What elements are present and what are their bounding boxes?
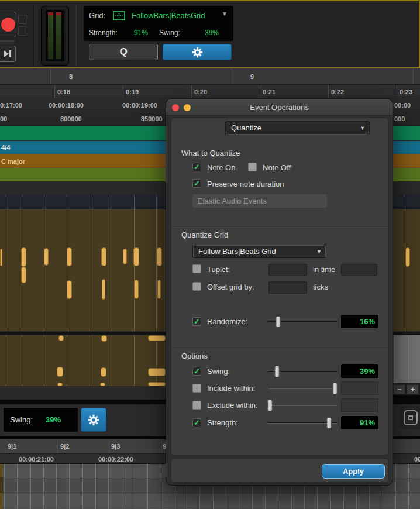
- tuplet-count-input[interactable]: [268, 264, 307, 276]
- ruler-label: 0:17:00: [0, 102, 22, 109]
- apply-button[interactable]: Apply: [322, 464, 385, 479]
- ruler-tick: [232, 68, 232, 84]
- midi-note[interactable]: [58, 335, 64, 341]
- strength-slider[interactable]: [268, 415, 337, 431]
- ruler-tick: [123, 85, 123, 98]
- midi-note[interactable]: [67, 280, 72, 299]
- randomize-value[interactable]: 16%: [341, 315, 378, 328]
- include-within-slider-handle[interactable]: [332, 383, 338, 394]
- key-value: C major: [1, 158, 25, 165]
- swing-checkbox[interactable]: ✓: [192, 367, 201, 376]
- zoom-in-button[interactable]: +: [407, 384, 419, 394]
- midi-note[interactable]: [101, 367, 106, 377]
- midi-note[interactable]: [134, 280, 139, 299]
- grid-value[interactable]: FollowBars|BeatsGrid: [132, 11, 205, 20]
- quantize-grid-select[interactable]: Follow Bars|Beats Grid ▼: [192, 245, 326, 258]
- offset-grid-checkbox[interactable]: [192, 282, 201, 291]
- randomize-label: Randomize:: [207, 314, 247, 330]
- midi-note[interactable]: [148, 382, 166, 386]
- ruler-tick: [50, 68, 51, 84]
- event-operations-dialog: Event Operations Quantize ▼ What to Quan…: [166, 98, 393, 486]
- midi-note[interactable]: [101, 335, 107, 342]
- operation-select[interactable]: Quantize ▼: [225, 121, 370, 135]
- ruler-label: 9: [250, 73, 254, 80]
- midi-note[interactable]: [21, 267, 26, 283]
- min-secs-ruler[interactable]: 0:180:190:200:210:220:23: [0, 85, 420, 98]
- midi-note[interactable]: [123, 249, 127, 264]
- grid-mode-icon[interactable]: [113, 11, 125, 20]
- midi-note[interactable]: [133, 247, 139, 266]
- strength-checkbox[interactable]: ✓: [192, 418, 201, 427]
- include-within-checkbox[interactable]: [192, 384, 201, 393]
- midi-note[interactable]: [102, 279, 105, 300]
- swing-value[interactable]: 39%: [341, 364, 378, 378]
- midi-note[interactable]: [148, 335, 166, 341]
- midi-note[interactable]: [21, 247, 26, 267]
- randomize-slider[interactable]: [268, 314, 337, 330]
- strength-slider-handle[interactable]: [326, 417, 332, 429]
- midi-note[interactable]: [157, 280, 161, 299]
- ruler-label: 00:00: [394, 102, 411, 109]
- exclude-within-value[interactable]: [341, 398, 378, 412]
- go-to-end-icon: [4, 50, 12, 57]
- dialog-titlebar[interactable]: Event Operations: [166, 99, 393, 116]
- randomize-slider-handle[interactable]: [276, 316, 281, 328]
- quantize-q-button[interactable]: Q: [89, 44, 158, 60]
- swing-slider-handle[interactable]: [274, 366, 280, 377]
- grid-dropdown-arrow[interactable]: ▼: [222, 11, 228, 17]
- ruler-tick: [5, 439, 5, 453]
- include-within-value[interactable]: [341, 381, 378, 395]
- meter-bar-left: [48, 15, 53, 59]
- exclude-within-row: Exclude within:: [171, 397, 389, 414]
- strength-value[interactable]: 91%: [134, 29, 148, 37]
- quantize-grid-value: Follow Bars|Beats Grid: [198, 247, 276, 256]
- divider: [0, 40, 15, 42]
- midi-note[interactable]: [67, 247, 72, 266]
- record-button[interactable]: [0, 12, 16, 37]
- exclude-within-slider[interactable]: [268, 397, 337, 414]
- swing-value[interactable]: 39%: [46, 415, 61, 424]
- ruler-tick: [57, 439, 58, 453]
- zoom-out-button[interactable]: −: [393, 384, 405, 394]
- quantize-settings-button[interactable]: [163, 44, 232, 60]
- grid-target-button[interactable]: [404, 410, 418, 425]
- swing-value[interactable]: 39%: [205, 29, 219, 37]
- ruler-tick: [161, 439, 162, 453]
- note-on-checkbox[interactable]: ✓: [192, 163, 201, 171]
- grid-label: Grid:: [89, 11, 105, 20]
- note-off-checkbox[interactable]: [248, 163, 257, 171]
- midi-note[interactable]: [0, 249, 2, 266]
- randomize-checkbox[interactable]: ✓: [192, 317, 201, 326]
- option-toggle-2[interactable]: [18, 26, 27, 36]
- ruler-label: 0:19: [126, 88, 139, 95]
- preserve-duration-checkbox[interactable]: ✓: [192, 179, 201, 188]
- tuplet-time-input[interactable]: [341, 264, 377, 276]
- include-within-slider[interactable]: [268, 380, 337, 397]
- tuplet-checkbox[interactable]: [192, 264, 201, 273]
- go-to-end-button[interactable]: [0, 46, 16, 62]
- ruler-tick: [109, 439, 109, 453]
- midi-note[interactable]: [148, 368, 166, 376]
- ruler-tick: [397, 85, 397, 98]
- exclude-within-slider-handle[interactable]: [267, 400, 273, 411]
- ruler-label: 0:18: [57, 88, 70, 95]
- swing-slider[interactable]: [268, 363, 337, 380]
- midi-note[interactable]: [101, 247, 106, 266]
- midi-note[interactable]: [44, 248, 49, 266]
- ruler-label: 000: [394, 115, 405, 122]
- exclude-within-checkbox[interactable]: [192, 401, 201, 410]
- target-button-panel: [400, 406, 420, 429]
- midi-note[interactable]: [57, 367, 63, 377]
- divider: [76, 4, 77, 66]
- offset-ticks-input[interactable]: [268, 281, 307, 294]
- dialog-content: Quantize ▼ What to Quantize ✓ Note On No…: [171, 118, 389, 455]
- midi-note[interactable]: [405, 247, 410, 267]
- midi-note[interactable]: [157, 247, 162, 266]
- swing-settings-button[interactable]: [81, 408, 106, 432]
- bars-ruler[interactable]: 89: [0, 68, 420, 85]
- elastic-audio-events-button: Elastic Audio Events: [192, 194, 327, 208]
- option-toggle-1[interactable]: [18, 15, 27, 24]
- strength-value[interactable]: 91%: [341, 416, 378, 429]
- dialog-footer: Apply: [171, 458, 389, 483]
- note-off-label: Note Off: [263, 163, 291, 172]
